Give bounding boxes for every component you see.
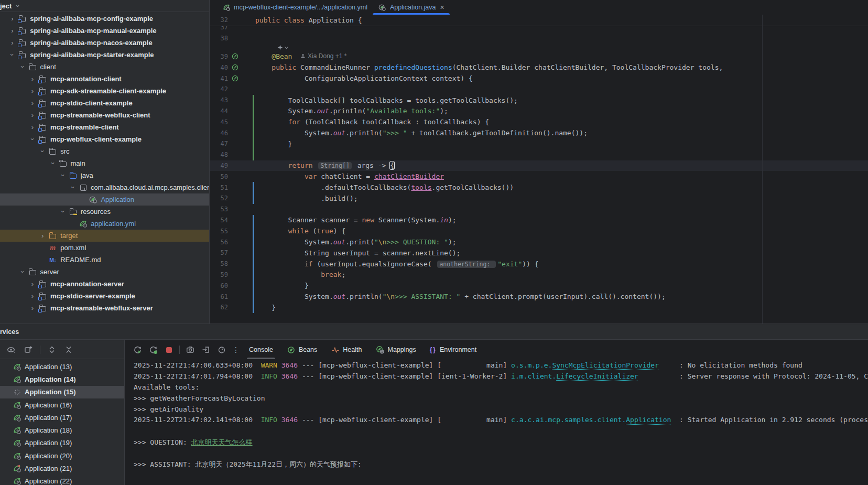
service-item[interactable]: Application (21) <box>0 462 124 475</box>
tree-item[interactable]: ›com.alibaba.cloud.ai.mcp.samples.client <box>0 181 209 193</box>
spring-bean-gutter-icon[interactable] <box>232 53 238 60</box>
add-service-icon[interactable] <box>23 344 34 355</box>
ai-sparkle-icon[interactable] <box>277 45 283 50</box>
view-options-icon[interactable] <box>6 344 17 355</box>
tree-item[interactable]: ›M↓README.md <box>0 254 209 266</box>
tab-health[interactable]: Health <box>327 340 366 359</box>
stop-icon[interactable] <box>164 344 174 355</box>
tree-item[interactable]: ›client <box>0 61 209 73</box>
tab-application-java[interactable]: Application.java × <box>373 0 450 15</box>
tree-item[interactable]: ›server <box>0 266 209 278</box>
tab-mappings[interactable]: Mappings <box>371 340 420 359</box>
chevron-right-icon[interactable]: › <box>29 100 36 106</box>
services-list[interactable]: Application (13)Application (14)Applicat… <box>0 359 124 485</box>
code-line[interactable]: 47 } <box>210 138 868 149</box>
tree-item[interactable]: ›src <box>0 145 209 157</box>
rerun-icon[interactable] <box>132 344 143 355</box>
expand-all-icon[interactable] <box>47 344 57 355</box>
tab-environment[interactable]: {} Environment <box>426 340 481 359</box>
code-line[interactable]: 52 .build(); <box>210 193 868 204</box>
tree-item[interactable]: ›spring-ai-alibaba-mcp-nacos-example <box>0 37 209 49</box>
tree-item[interactable]: ›mcp-webflux-client-example <box>0 133 209 145</box>
close-icon[interactable]: × <box>440 3 444 12</box>
chevron-down-icon[interactable]: › <box>49 160 56 167</box>
code-line[interactable]: 59 break; <box>210 270 868 281</box>
gauge-icon[interactable] <box>216 344 227 355</box>
chevron-down-icon[interactable]: › <box>29 136 36 143</box>
code-line[interactable]: 62 } <box>210 302 868 313</box>
tree-item[interactable]: ›mcp-streamable-webflux-server <box>0 302 209 314</box>
code-viewport[interactable]: 373839 @Bean Xia Dong +1 *40 public Comm… <box>210 26 868 313</box>
rerun-spring-application-icon[interactable] <box>148 344 158 355</box>
code-line[interactable]: 48 <box>210 149 868 160</box>
ai-inlay-row[interactable] <box>210 44 868 51</box>
service-item[interactable]: Application (22) <box>0 475 124 485</box>
tree-item[interactable]: ›spring-ai-alibaba-mcp-starter-example <box>0 49 209 61</box>
code-line[interactable]: 38 <box>210 33 868 44</box>
chevron-right-icon[interactable]: › <box>29 305 36 311</box>
tree-item[interactable]: ›application.yml <box>0 218 209 230</box>
service-item[interactable]: Application (15) <box>0 386 124 398</box>
tree-item[interactable]: ›spring-ai-alibaba-mcp-config-example <box>0 13 209 25</box>
code-line[interactable]: 53 <box>210 204 868 215</box>
chevron-down-icon[interactable]: › <box>9 51 16 59</box>
project-tree[interactable]: ›spring-ai-alibaba-mcp-config-example›sp… <box>0 13 209 324</box>
service-item[interactable]: Application (18) <box>0 424 124 436</box>
chevron-down-icon[interactable]: › <box>70 184 77 191</box>
tree-item[interactable]: ›spring-ai-alibaba-mcp-manual-example <box>0 25 209 37</box>
chevron-down-icon[interactable] <box>285 45 288 49</box>
code-line[interactable]: 32public class Application { <box>210 15 868 26</box>
tree-item[interactable]: ›resources <box>0 206 209 218</box>
code-line[interactable]: 37 <box>210 26 868 33</box>
project-panel-header[interactable]: ject › <box>0 0 209 12</box>
code-line[interactable]: 50 var chatClient = chatClientBuilder <box>210 171 868 182</box>
chevron-right-icon[interactable]: › <box>8 27 16 34</box>
exit-icon[interactable] <box>201 344 211 355</box>
service-item[interactable]: Application (13) <box>0 360 124 373</box>
thread-dump-icon[interactable] <box>185 344 196 355</box>
tree-item[interactable]: ›mcp-streamable-webflux-client <box>0 109 209 121</box>
service-item[interactable]: Application (16) <box>0 398 124 411</box>
tree-item[interactable]: ›mcp-stdio-client-example <box>0 97 209 109</box>
collapse-all-icon[interactable] <box>63 344 74 355</box>
code-line[interactable]: 60 } <box>210 280 868 291</box>
chevron-right-icon[interactable]: › <box>29 293 36 299</box>
code-line[interactable]: 46 System.out.println(">>> " + toolCallb… <box>210 127 868 138</box>
chevron-right-icon[interactable]: › <box>29 281 36 287</box>
tree-item[interactable]: ›mcp-stdio-server-example <box>0 290 209 302</box>
service-item[interactable]: Application (20) <box>0 449 124 462</box>
chevron-down-icon[interactable]: › <box>19 63 26 71</box>
chevron-right-icon[interactable]: › <box>29 76 36 82</box>
tree-item[interactable]: ›Application <box>0 193 209 206</box>
service-item[interactable]: Application (19) <box>0 437 124 449</box>
chevron-right-icon[interactable]: › <box>39 232 46 239</box>
chevron-right-icon[interactable]: › <box>8 39 16 46</box>
chevron-right-icon[interactable]: › <box>29 124 36 131</box>
tree-item[interactable]: ›java <box>0 169 209 181</box>
code-line[interactable]: 44 System.out.println("Available tools:"… <box>210 106 868 117</box>
chevron-right-icon[interactable]: › <box>8 15 16 22</box>
code-line[interactable]: 61 System.out.println("\n>>> ASSISTANT: … <box>210 291 868 302</box>
chevron-down-icon[interactable]: › <box>19 268 26 276</box>
code-line[interactable]: 54 Scanner scanner = new Scanner(System.… <box>210 215 868 226</box>
code-line[interactable]: 43 ToolCallback[] toolCallbacks = tools.… <box>210 95 868 106</box>
code-line[interactable]: 45 for (ToolCallback toolCallback : tool… <box>210 116 868 127</box>
code-line[interactable]: 55 while (true) { <box>210 225 868 236</box>
spring-bean-gutter-icon[interactable] <box>232 64 238 71</box>
tree-item[interactable]: ›target <box>0 230 209 242</box>
code-line[interactable]: 41 ConfigurableApplicationContext contex… <box>210 73 868 84</box>
chevron-right-icon[interactable]: › <box>29 112 36 118</box>
service-item[interactable]: Application (17) <box>0 411 124 424</box>
code-line[interactable]: 49 return String[] args -> { <box>210 160 868 171</box>
code-line[interactable]: 56 System.out.print("\n>>> QUESTION: "); <box>210 236 868 247</box>
tree-item[interactable]: ›mcp-annotation-client <box>0 73 209 85</box>
chevron-down-icon[interactable]: › <box>59 172 66 179</box>
services-panel-header[interactable]: rvices <box>0 324 868 340</box>
tree-item[interactable]: ›mcp-sdk-streamable-client-example <box>0 85 209 97</box>
code-line[interactable]: 58 if (userInput.equalsIgnoreCase( anoth… <box>210 258 868 270</box>
more-options-icon[interactable]: ⋮ <box>232 346 240 354</box>
tab-beans[interactable]: Beans <box>283 340 321 359</box>
chevron-down-icon[interactable]: › <box>39 148 46 155</box>
service-item[interactable]: Application (14) <box>0 373 124 385</box>
code-line[interactable]: 39 @Bean Xia Dong +1 * <box>210 51 868 62</box>
